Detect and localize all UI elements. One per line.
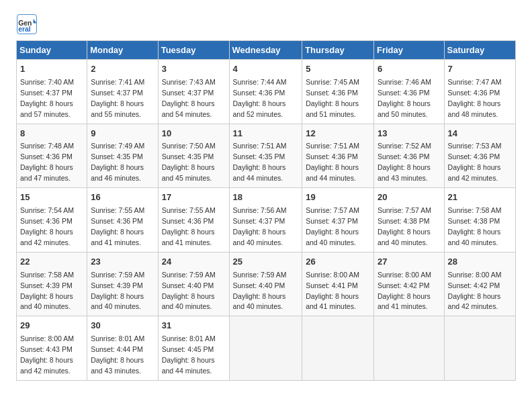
day-daylight: Daylight: 8 hours and 42 minutes. <box>20 228 73 246</box>
day-daylight: Daylight: 8 hours and 40 minutes. <box>233 228 286 246</box>
day-number: 17 <box>162 191 226 204</box>
day-sunset: Sunset: 4:37 PM <box>306 217 358 225</box>
weekday-header: Thursday <box>302 41 374 60</box>
day-sunrise: Sunrise: 7:48 AM <box>20 142 74 150</box>
day-number: 8 <box>20 128 83 140</box>
calendar-day-cell: 6Sunrise: 7:46 AMSunset: 4:36 PMDaylight… <box>373 60 444 124</box>
weekday-header: Monday <box>87 41 158 60</box>
day-sunrise: Sunrise: 8:00 AM <box>378 271 431 279</box>
calendar-table: SundayMondayTuesdayWednesdayThursdayFrid… <box>16 40 516 381</box>
day-number: 20 <box>378 191 441 204</box>
calendar-day-cell: 1Sunrise: 7:40 AMSunset: 4:37 PMDaylight… <box>17 60 87 124</box>
day-sunrise: Sunrise: 7:51 AM <box>306 142 359 150</box>
day-sunrise: Sunrise: 7:46 AM <box>378 78 431 86</box>
day-sunrise: Sunrise: 7:52 AM <box>378 142 431 150</box>
day-number: 24 <box>162 256 226 269</box>
day-number: 5 <box>306 63 370 76</box>
day-sunrise: Sunrise: 7:57 AM <box>306 206 359 214</box>
header: Gen eral <box>16 13 516 35</box>
calendar-day-cell: 17Sunrise: 7:55 AMSunset: 4:36 PMDayligh… <box>158 188 229 253</box>
day-sunrise: Sunrise: 7:53 AM <box>448 142 502 150</box>
day-sunset: Sunset: 4:35 PM <box>162 152 214 161</box>
calendar-day-cell: 11Sunrise: 7:51 AMSunset: 4:35 PMDayligh… <box>229 124 302 188</box>
calendar-day-cell: 4Sunrise: 7:44 AMSunset: 4:36 PMDaylight… <box>229 60 302 124</box>
calendar-day-cell: 18Sunrise: 7:56 AMSunset: 4:37 PMDayligh… <box>229 188 302 253</box>
day-number: 26 <box>306 256 370 269</box>
calendar-day-cell: 29Sunrise: 8:00 AMSunset: 4:43 PMDayligh… <box>17 316 87 381</box>
day-number: 16 <box>91 191 154 204</box>
calendar-day-cell: 7Sunrise: 7:47 AMSunset: 4:36 PMDaylight… <box>444 60 515 124</box>
day-number: 23 <box>91 256 154 269</box>
day-daylight: Daylight: 8 hours and 43 minutes. <box>91 356 144 375</box>
calendar-day-cell: 19Sunrise: 7:57 AMSunset: 4:37 PMDayligh… <box>302 188 374 253</box>
day-number: 7 <box>448 63 512 76</box>
day-sunrise: Sunrise: 7:55 AM <box>162 206 216 214</box>
day-daylight: Daylight: 8 hours and 42 minutes. <box>448 163 501 182</box>
day-number: 12 <box>306 128 370 140</box>
day-number: 25 <box>233 256 299 269</box>
day-sunset: Sunset: 4:36 PM <box>448 89 500 97</box>
day-number: 2 <box>91 63 154 76</box>
calendar-week-row: 8Sunrise: 7:48 AMSunset: 4:36 PMDaylight… <box>17 124 516 188</box>
day-sunrise: Sunrise: 7:58 AM <box>20 271 74 279</box>
day-number: 30 <box>91 320 154 332</box>
day-sunrise: Sunrise: 7:44 AM <box>233 78 287 86</box>
day-daylight: Daylight: 8 hours and 55 minutes. <box>91 99 144 118</box>
calendar-day-cell: 2Sunrise: 7:41 AMSunset: 4:37 PMDaylight… <box>87 60 158 124</box>
day-sunrise: Sunrise: 7:56 AM <box>233 206 287 214</box>
calendar-day-cell: 26Sunrise: 8:00 AMSunset: 4:41 PMDayligh… <box>302 252 374 316</box>
day-sunrise: Sunrise: 7:58 AM <box>448 206 502 214</box>
day-daylight: Daylight: 8 hours and 44 minutes. <box>233 163 286 182</box>
day-sunset: Sunset: 4:35 PM <box>91 152 143 161</box>
day-daylight: Daylight: 8 hours and 52 minutes. <box>233 99 286 118</box>
calendar-day-cell: 5Sunrise: 7:45 AMSunset: 4:36 PMDaylight… <box>302 60 374 124</box>
day-number: 29 <box>20 320 83 332</box>
day-number: 19 <box>306 191 370 204</box>
calendar-day-cell: 16Sunrise: 7:55 AMSunset: 4:36 PMDayligh… <box>87 188 158 253</box>
day-daylight: Daylight: 8 hours and 41 minutes. <box>378 292 431 311</box>
calendar-week-row: 22Sunrise: 7:58 AMSunset: 4:39 PMDayligh… <box>17 252 516 316</box>
calendar-day-cell: 14Sunrise: 7:53 AMSunset: 4:36 PMDayligh… <box>444 124 515 188</box>
calendar-day-cell: 9Sunrise: 7:49 AMSunset: 4:35 PMDaylight… <box>87 124 158 188</box>
day-sunset: Sunset: 4:38 PM <box>378 217 430 225</box>
day-daylight: Daylight: 8 hours and 42 minutes. <box>20 356 73 375</box>
day-sunrise: Sunrise: 7:54 AM <box>20 206 74 214</box>
day-sunrise: Sunrise: 7:47 AM <box>448 78 502 86</box>
weekday-header: Wednesday <box>229 41 302 60</box>
calendar-day-cell: 24Sunrise: 7:59 AMSunset: 4:40 PMDayligh… <box>158 252 229 316</box>
calendar-day-cell <box>229 316 302 381</box>
day-daylight: Daylight: 8 hours and 42 minutes. <box>448 292 501 311</box>
day-sunset: Sunset: 4:36 PM <box>162 217 214 225</box>
day-sunrise: Sunrise: 7:59 AM <box>233 271 287 279</box>
day-sunrise: Sunrise: 7:50 AM <box>162 142 216 150</box>
calendar-day-cell: 21Sunrise: 7:58 AMSunset: 4:38 PMDayligh… <box>444 188 515 253</box>
day-sunrise: Sunrise: 8:00 AM <box>20 334 74 342</box>
weekday-header: Friday <box>373 41 444 60</box>
day-daylight: Daylight: 8 hours and 47 minutes. <box>20 163 73 182</box>
day-sunset: Sunset: 4:43 PM <box>20 345 73 353</box>
calendar-day-cell: 20Sunrise: 7:57 AMSunset: 4:38 PMDayligh… <box>373 188 444 253</box>
day-number: 18 <box>233 191 299 204</box>
day-daylight: Daylight: 8 hours and 40 minutes. <box>20 292 73 311</box>
day-number: 9 <box>91 128 154 140</box>
day-sunrise: Sunrise: 8:00 AM <box>306 271 359 279</box>
day-sunset: Sunset: 4:36 PM <box>378 152 430 161</box>
day-number: 3 <box>162 63 226 76</box>
weekday-header: Sunday <box>17 41 87 60</box>
day-daylight: Daylight: 8 hours and 40 minutes. <box>162 292 215 311</box>
day-sunrise: Sunrise: 8:00 AM <box>448 271 502 279</box>
day-sunset: Sunset: 4:37 PM <box>20 89 73 97</box>
calendar-week-row: 29Sunrise: 8:00 AMSunset: 4:43 PMDayligh… <box>17 316 516 381</box>
day-sunset: Sunset: 4:36 PM <box>91 217 143 225</box>
day-sunrise: Sunrise: 8:01 AM <box>91 334 144 342</box>
calendar-day-cell: 28Sunrise: 8:00 AMSunset: 4:42 PMDayligh… <box>444 252 515 316</box>
day-daylight: Daylight: 8 hours and 40 minutes. <box>378 228 431 246</box>
calendar-day-cell: 8Sunrise: 7:48 AMSunset: 4:36 PMDaylight… <box>17 124 87 188</box>
day-number: 4 <box>233 63 299 76</box>
weekday-header: Tuesday <box>158 41 229 60</box>
day-number: 22 <box>20 256 83 269</box>
day-sunset: Sunset: 4:45 PM <box>162 345 214 353</box>
logo: Gen eral <box>16 13 40 35</box>
day-daylight: Daylight: 8 hours and 45 minutes. <box>162 163 215 182</box>
day-sunrise: Sunrise: 7:41 AM <box>91 78 144 86</box>
